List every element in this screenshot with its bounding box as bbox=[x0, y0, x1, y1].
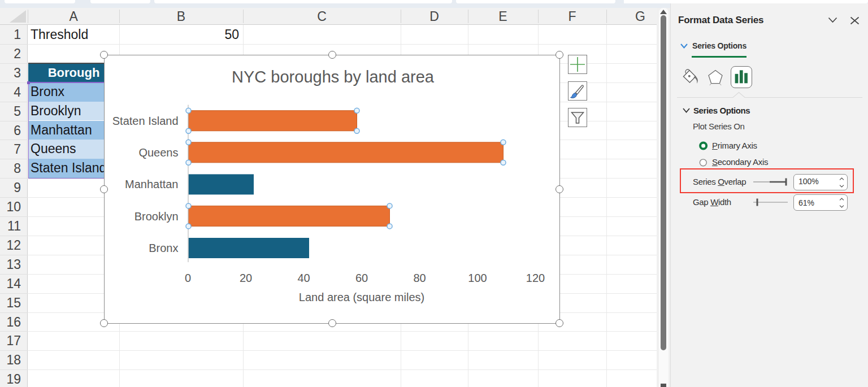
svg-text:60: 60 bbox=[355, 272, 368, 284]
svg-text:Bronx: Bronx bbox=[149, 242, 178, 254]
svg-text:Queens: Queens bbox=[138, 146, 178, 159]
svg-text:Manhattan: Manhattan bbox=[125, 178, 179, 190]
svg-text:0: 0 bbox=[185, 272, 191, 284]
svg-text:100: 100 bbox=[468, 272, 487, 284]
svg-text:80: 80 bbox=[413, 272, 426, 284]
svg-text:20: 20 bbox=[240, 272, 252, 284]
svg-text:40: 40 bbox=[297, 272, 310, 284]
svg-text:Brooklyn: Brooklyn bbox=[134, 210, 179, 223]
svg-text:120: 120 bbox=[526, 272, 545, 284]
svg-text:NYC boroughs by land area: NYC boroughs by land area bbox=[232, 68, 435, 86]
svg-text:Land area (square miles): Land area (square miles) bbox=[299, 291, 424, 303]
svg-text:Staten Island: Staten Island bbox=[112, 115, 179, 127]
